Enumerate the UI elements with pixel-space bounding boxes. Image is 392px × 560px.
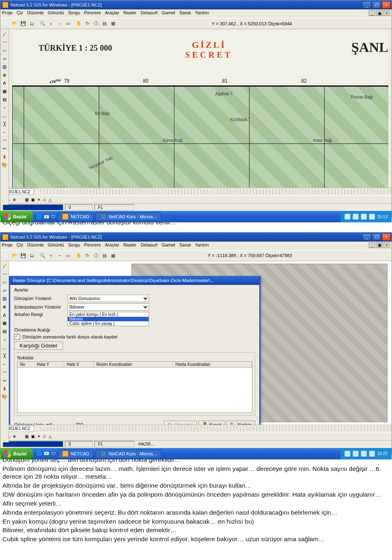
menu-item[interactable]: Çiz <box>17 10 23 18</box>
tray-icon[interactable] <box>369 451 375 457</box>
tool-plus-icon[interactable]: + <box>47 251 55 260</box>
draw-freehand-icon[interactable]: 〰 <box>1 271 8 278</box>
tray-icon[interactable] <box>353 214 359 220</box>
draw-rect-icon[interactable]: ▭ <box>1 47 8 54</box>
draw-spline-icon[interactable]: 〜 <box>1 369 8 376</box>
tracking-icon[interactable]: △ <box>49 434 52 439</box>
tool-minus-icon[interactable]: − <box>56 20 64 28</box>
mdi-restore[interactable]: ▣ <box>376 242 383 248</box>
tool-plus-icon[interactable]: + <box>47 20 55 28</box>
tray-icon[interactable] <box>369 214 375 220</box>
menu-item[interactable]: Sorgu <box>68 10 80 18</box>
tool-rotate-icon[interactable]: ↻ <box>83 251 91 260</box>
tray-icon[interactable] <box>361 451 367 457</box>
draw-spline-icon[interactable]: 〜 <box>1 137 8 144</box>
option-item[interactable]: Cubic spline ( En yavaş ) <box>68 321 149 326</box>
tool-new-icon[interactable]: 📄 <box>2 251 10 260</box>
convert-button[interactable]: ⚙Dönüştür <box>164 421 197 425</box>
maximize-button[interactable]: ▢ <box>372 1 381 9</box>
mdi-minimize[interactable]: _ <box>369 10 375 16</box>
draw-grid-icon[interactable]: ▦ <box>1 320 8 327</box>
draw-table-icon[interactable]: ▤ <box>1 328 8 335</box>
interpolation-method-select[interactable]: Bilineer <box>67 303 149 311</box>
tray-icon[interactable] <box>361 214 367 220</box>
menu-item[interactable]: Çiz <box>17 242 23 250</box>
tool-layers-icon[interactable]: 🗂 <box>28 251 36 260</box>
quicklaunch-icon[interactable]: 📧 <box>44 214 49 220</box>
tool-rotate-icon[interactable]: ↻ <box>83 20 91 28</box>
tool-new-icon[interactable]: 📄 <box>2 20 10 28</box>
draw-dim-icon[interactable]: ↔ <box>1 361 8 368</box>
draw-arc-icon[interactable]: ◡ <box>1 112 8 119</box>
draw-target-icon[interactable]: ◉ <box>1 71 8 78</box>
tool-hand-icon[interactable]: ✋ <box>75 251 83 260</box>
menu-item[interactable]: Proje <box>2 10 13 18</box>
tray-icon[interactable] <box>353 451 359 457</box>
interpolation-options-overlay[interactable]: En yakın komşu ( En hızlı ) Bilineer Cub… <box>67 312 149 326</box>
draw-node-icon[interactable]: ╳ <box>1 352 8 360</box>
menu-item[interactable]: Gamet <box>162 242 175 250</box>
task-button[interactable]: NetCAD Kurs - Micros... <box>96 212 161 221</box>
draw-table-icon[interactable]: ▤ <box>1 96 8 103</box>
menu-item[interactable]: Düzenle <box>27 10 44 18</box>
menu-item[interactable]: Sanal <box>179 10 191 18</box>
polar-icon[interactable]: ✶ <box>37 197 40 202</box>
menu-item[interactable]: Sanal <box>179 242 191 250</box>
quicklaunch-icon[interactable]: 📧 <box>44 451 49 456</box>
menu-item[interactable]: Yardım <box>195 242 209 250</box>
quicklaunch-icon[interactable]: 🛡 <box>51 214 56 219</box>
menu-item[interactable]: Araçlar <box>105 10 119 18</box>
tool-grid-icon[interactable]: ▦ <box>109 20 117 28</box>
tool-hand-icon[interactable]: ✋ <box>75 20 83 28</box>
tool-layer-icon[interactable]: ▤ <box>100 20 109 28</box>
mdi-close[interactable]: × <box>383 242 390 248</box>
map-viewport[interactable]: TÜRKİYE 1 : 25 000 GİZLİ SECRET ŞANL ₄78… <box>9 29 392 188</box>
snap-mid-icon[interactable]: ⋇ <box>13 197 16 202</box>
minimize-button[interactable]: _ <box>362 1 371 9</box>
menu-item[interactable]: Yardım <box>195 10 209 18</box>
tool-open-icon[interactable]: 📂 <box>11 251 19 260</box>
ortho-icon[interactable]: ▦ <box>25 197 29 202</box>
tool-layers-icon[interactable]: 🗂 <box>28 20 36 28</box>
transform-method-select[interactable]: Afin Donusumu <box>67 295 149 302</box>
tray-icon[interactable] <box>345 451 350 457</box>
draw-arc-icon[interactable]: ◡ <box>1 344 8 352</box>
menu-item[interactable]: Detasurf <box>140 242 158 250</box>
menu-item[interactable]: Görüntü <box>48 10 64 18</box>
draw-hatch-icon[interactable]: ▨ <box>1 295 8 302</box>
draw-palette-icon[interactable]: 🎨 <box>1 393 8 401</box>
draw-node-icon[interactable]: ╳ <box>1 120 8 128</box>
grid-snap-icon[interactable]: ▣ <box>31 434 35 439</box>
object-snap-icon[interactable]: ◇ <box>43 197 46 202</box>
menu-item[interactable]: Sorgu <box>68 242 80 250</box>
ortho-icon[interactable]: ▦ <box>25 434 29 439</box>
task-button[interactable]: NETCAD <box>58 449 94 458</box>
quicklaunch-icon[interactable]: 🛡 <box>51 451 56 456</box>
tool-minus-icon[interactable]: − <box>56 251 64 260</box>
tray-icon[interactable] <box>345 214 350 220</box>
quicklaunch-icon[interactable]: 🌐 <box>36 451 42 456</box>
draw-road-icon[interactable]: ═ <box>1 377 8 384</box>
tool-select-icon[interactable]: ▭ <box>64 20 72 28</box>
tool-open-icon[interactable]: 📂 <box>11 20 19 28</box>
draw-freehand-icon[interactable]: 〰 <box>1 38 8 46</box>
menu-item[interactable]: Görüntü <box>48 242 64 250</box>
start-button[interactable]: Başlat <box>0 211 33 222</box>
task-button[interactable]: NETCAD <box>58 212 94 221</box>
draw-text-icon[interactable]: A <box>1 79 8 87</box>
draw-grid-icon[interactable]: ▦ <box>1 87 8 95</box>
tool-save-icon[interactable]: 💾 <box>19 20 27 28</box>
quicklaunch-icon[interactable]: 🌐 <box>36 214 42 220</box>
mdi-close[interactable]: × <box>383 10 390 16</box>
tracking-icon[interactable]: △ <box>49 197 52 202</box>
tool-zoomfit-icon[interactable]: 🔍 <box>38 20 47 28</box>
close-button[interactable]: × <box>382 233 391 241</box>
system-tray[interactable]: 15:25 <box>341 448 392 459</box>
mdi-minimize[interactable]: _ <box>369 242 375 248</box>
save-as-different-file-checkbox[interactable]: Dönüşüm sonrasında farklı dosya olarak k… <box>14 334 255 340</box>
menu-item[interactable]: Düzenle <box>27 242 44 250</box>
system-tray[interactable]: 15:13 <box>341 211 392 222</box>
draw-poly-icon[interactable]: ▱ <box>1 55 8 62</box>
menu-item[interactable]: Pencere <box>84 242 101 250</box>
draw-circle-icon[interactable]: ○ <box>1 336 8 343</box>
